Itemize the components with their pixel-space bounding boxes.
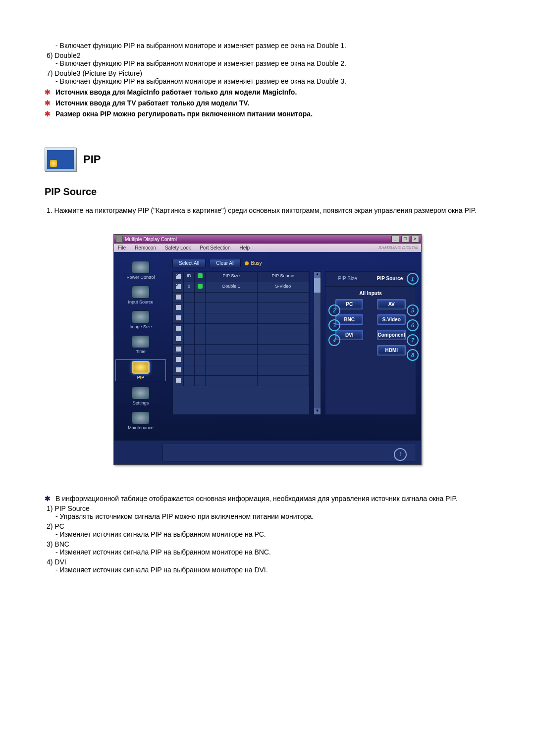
scroll-thumb[interactable]: [314, 278, 321, 293]
mdc-footer: !: [114, 440, 421, 464]
settings-icon: [132, 387, 150, 400]
busy-label: Busy: [251, 260, 262, 266]
row-checkbox[interactable]: [175, 284, 181, 290]
list-desc: - Управлять источником сигнала PIP можно…: [45, 512, 490, 520]
sidebar-item-label: PIP: [117, 375, 164, 380]
sidebar-item-label: Settings: [116, 401, 165, 405]
sidebar-item-time[interactable]: Time: [116, 335, 165, 354]
mdc-topbar: Select All Clear All Busy: [172, 259, 416, 267]
busy-indicator: Busy: [245, 260, 262, 266]
menu-safety-lock[interactable]: Safety Lock: [165, 245, 191, 251]
input-source-icon: [132, 286, 150, 299]
pip-icon: [132, 361, 150, 374]
note-text: В информационной таблице отображается ос…: [55, 495, 458, 503]
callout-4: 4: [328, 334, 340, 346]
row-checkbox[interactable]: [175, 336, 181, 342]
mdc-title-bar[interactable]: Multiple Display Control _ □ ×: [114, 235, 421, 244]
sidebar-item-image-size[interactable]: Image Size: [116, 310, 165, 329]
table-row[interactable]: [173, 303, 309, 313]
panel-tabs: PIP Size PIP Source: [328, 276, 413, 281]
scroll-down-icon[interactable]: ▼: [314, 408, 321, 414]
menu-help[interactable]: Help: [239, 245, 250, 251]
table-row[interactable]: [173, 334, 309, 345]
source-svideo-button[interactable]: S-Video: [377, 314, 406, 325]
list-desc: - Включает функцию PIP на выбранном мони…: [45, 77, 490, 85]
row-checkbox[interactable]: [175, 315, 181, 321]
sidebar-item-pip[interactable]: PIP: [116, 360, 165, 381]
mdc-app-window: Multiple Display Control _ □ × File Remo…: [113, 234, 422, 465]
row-checkbox[interactable]: [175, 325, 181, 331]
app-icon: [116, 236, 123, 243]
mdc-title-text: Multiple Display Control: [125, 237, 177, 242]
row-checkbox[interactable]: [175, 356, 181, 362]
table-row[interactable]: [173, 313, 309, 324]
source-panel: PIP Size PIP Source 1 All Inputs PC AV B…: [325, 271, 416, 415]
row-checkbox[interactable]: [175, 346, 181, 352]
mdc-grid-area: ID PIP Size PIP Source 0 Double 1 S-Vide…: [172, 271, 416, 415]
table-row[interactable]: 0 Double 1 S-Video: [173, 282, 309, 293]
intro-num: 1.: [45, 206, 53, 214]
list-desc: - Изменяет источник сигнала PIP на выбра…: [45, 566, 490, 574]
table-row[interactable]: [173, 376, 309, 386]
callout-7: 7: [407, 334, 419, 346]
source-button-grid: PC AV BNC S-Video DVI Component HDMI: [328, 299, 413, 355]
list-title: BNC: [54, 540, 69, 548]
menu-remocon[interactable]: Remocon: [135, 245, 156, 251]
header-checkbox[interactable]: [175, 273, 181, 279]
list-item: 4) DVI - Изменяет источник сигнала PIP н…: [45, 558, 490, 574]
list-item: 2) PC - Изменяет источник сигнала PIP на…: [45, 522, 490, 538]
sidebar-item-maintenance[interactable]: Maintenance: [116, 411, 165, 430]
list-title: DVI: [54, 558, 66, 566]
sidebar-item-settings[interactable]: Settings: [116, 387, 165, 405]
row-checkbox[interactable]: [175, 294, 181, 300]
pip-header-icon: [45, 148, 76, 171]
list-title: PC: [54, 522, 64, 530]
close-button[interactable]: ×: [411, 236, 419, 243]
menu-port-selection[interactable]: Port Selection: [200, 245, 230, 251]
tab-pip-size[interactable]: PIP Size: [338, 276, 357, 281]
callout-1: 1: [407, 273, 419, 285]
row-status-icon: [198, 284, 203, 289]
menu-file[interactable]: File: [118, 245, 126, 251]
info-icon[interactable]: !: [394, 448, 407, 461]
list-item: 7) Double3 (Picture By Picture) - Включа…: [45, 69, 490, 85]
list-item: - Включает функцию PIP на выбранном мони…: [45, 42, 490, 50]
callout-3: 3: [328, 319, 340, 331]
list-num: 7): [45, 69, 53, 77]
table-row[interactable]: [173, 324, 309, 334]
table-row[interactable]: [173, 355, 309, 365]
select-all-button[interactable]: Select All: [172, 259, 206, 267]
table-row[interactable]: [173, 293, 309, 303]
source-av-button[interactable]: AV: [377, 299, 406, 309]
maximize-button[interactable]: □: [401, 236, 409, 243]
callout-8: 8: [407, 349, 419, 361]
table-row[interactable]: [173, 365, 309, 376]
minimize-button[interactable]: _: [391, 236, 399, 243]
table-row[interactable]: [173, 345, 309, 355]
sidebar-item-label: Maintenance: [116, 425, 165, 430]
sidebar-item-input-source[interactable]: Input Source: [116, 286, 165, 304]
row-checkbox[interactable]: [175, 367, 181, 373]
mdc-body: Power Control Input Source Image Size Ti…: [114, 252, 421, 440]
list-item: 6) Double2 - Включает функцию PIP на выб…: [45, 51, 490, 67]
col-id: ID: [184, 272, 195, 282]
intro-paragraph: 1. Нажмите на пиктограмму PIP ("Картинка…: [45, 206, 490, 214]
source-component-button[interactable]: Component: [377, 330, 406, 340]
pip-section-label: PIP: [83, 153, 101, 166]
source-hdmi-button[interactable]: HDMI: [377, 345, 406, 355]
top-list-block: - Включает функцию PIP на выбранном мони…: [45, 42, 490, 85]
document-page: - Включает функцию PIP на выбранном мони…: [0, 0, 535, 756]
sidebar-item-label: Time: [116, 349, 165, 354]
clear-all-button[interactable]: Clear All: [210, 259, 241, 267]
scroll-up-icon[interactable]: ▲: [314, 272, 321, 278]
table-scrollbar[interactable]: ▲ ▼: [314, 271, 321, 415]
star-icon: ✱: [45, 110, 51, 118]
sidebar-item-power-control[interactable]: Power Control: [116, 261, 165, 280]
callout-5: 5: [407, 304, 419, 316]
row-checkbox[interactable]: [175, 304, 181, 310]
list-desc: - Включает функцию PIP на выбранном мони…: [45, 42, 490, 50]
mdc-menu-bar: File Remocon Safety Lock Port Selection …: [114, 244, 421, 252]
tab-pip-source[interactable]: PIP Source: [377, 276, 403, 281]
row-checkbox[interactable]: [175, 377, 181, 383]
sidebar-item-label: Input Source: [116, 300, 165, 304]
